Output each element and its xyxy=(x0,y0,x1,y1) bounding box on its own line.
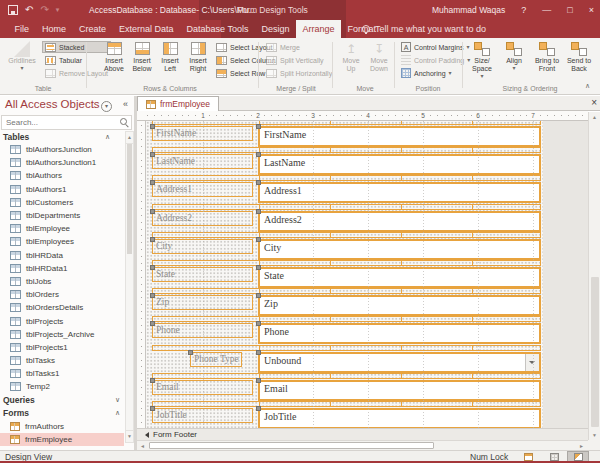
navigation-search-box[interactable] xyxy=(1,115,132,130)
navigation-scrollbar[interactable]: ▲ ▼ xyxy=(125,131,134,443)
horizontal-scrollbar[interactable]: ◄ ► xyxy=(137,440,588,450)
layout-view-button[interactable] xyxy=(543,451,565,462)
scroll-up-icon[interactable]: ▲ xyxy=(126,132,133,144)
scroll-up-icon[interactable]: ▲ xyxy=(589,112,600,122)
field-label-email[interactable]: Email xyxy=(152,380,253,395)
text-box-city[interactable]: City xyxy=(258,239,541,260)
nav-item-tblauthors[interactable]: tblAuthors xyxy=(0,169,124,182)
undo-icon[interactable]: ↶ xyxy=(25,5,33,15)
maximize-button[interactable]: □ xyxy=(567,5,572,15)
field-label-firstname[interactable]: FirstName xyxy=(152,126,253,141)
move-down-button[interactable]: ↧ Move Down xyxy=(366,40,392,73)
field-label-zip[interactable]: Zip xyxy=(152,295,253,310)
nav-item-tblhrdata1[interactable]: tblHRData1 xyxy=(0,262,124,275)
field-label-phone-type[interactable]: Phone Type xyxy=(190,352,242,367)
selection-handle[interactable] xyxy=(256,265,261,270)
selection-handle[interactable] xyxy=(150,378,155,383)
selection-handle[interactable] xyxy=(256,406,261,411)
tab-home[interactable]: Home xyxy=(36,20,73,38)
align-button[interactable]: Align ▾ xyxy=(500,40,528,71)
tab-design[interactable]: Design xyxy=(255,20,296,38)
field-label-address2[interactable]: Address2 xyxy=(152,211,253,226)
tab-database-tools[interactable]: Database Tools xyxy=(180,20,255,38)
field-label-phone[interactable]: Phone xyxy=(152,323,253,338)
selection-handle[interactable] xyxy=(256,350,261,355)
text-box-email[interactable]: Email xyxy=(258,380,541,401)
combo-dropdown-button[interactable] xyxy=(525,354,539,371)
selection-handle[interactable] xyxy=(256,180,261,185)
nav-item-frmemployee[interactable]: frmEmployee xyxy=(0,433,124,446)
selection-handle[interactable] xyxy=(150,406,155,411)
move-up-button[interactable]: ↥ Move Up xyxy=(338,40,364,73)
size-space-button[interactable]: Size/ Space ▾ xyxy=(466,40,498,79)
nav-group-queries[interactable]: Queries ∨ xyxy=(0,394,124,407)
form-view-button[interactable] xyxy=(517,451,539,462)
scrollbar-thumb[interactable] xyxy=(591,277,599,427)
field-label-city[interactable]: City xyxy=(152,239,253,254)
form-design-surface[interactable]: FirstNameFirstNameLastNameLastNameAddres… xyxy=(146,121,543,428)
nav-item-tblemployees[interactable]: tblEmployees xyxy=(0,235,124,248)
help-button[interactable]: ? xyxy=(521,5,526,15)
text-box-phone[interactable]: Phone xyxy=(258,323,541,344)
split-vertically-button[interactable]: Split Vertically xyxy=(263,54,335,66)
nav-group-tables[interactable]: Tables ∧ xyxy=(0,130,124,143)
nav-item-tblprojects[interactable]: tblProjects xyxy=(0,314,124,327)
vertical-scrollbar[interactable]: ▲ ▼ xyxy=(588,112,600,440)
navigation-pane-header[interactable]: All Access Objects ▾ « xyxy=(0,96,134,115)
navigation-menu-icon[interactable]: ▾ xyxy=(101,101,112,112)
merge-button[interactable]: Merge xyxy=(263,41,335,53)
close-button[interactable]: × xyxy=(589,5,594,15)
nav-item-tblprojects-archive[interactable]: tblProjects_Archive xyxy=(0,328,124,341)
nav-item-temp2[interactable]: Temp2 xyxy=(0,380,124,393)
nav-item-frmauthors[interactable]: frmAuthors xyxy=(0,420,124,433)
nav-item-tbltasks1[interactable]: tblTasks1 xyxy=(0,367,124,380)
form-footer-section-bar[interactable]: Form Footer xyxy=(137,428,588,440)
search-icon[interactable] xyxy=(120,118,127,125)
user-name[interactable]: Muhammad Waqas xyxy=(432,5,505,15)
insert-above-button[interactable]: Insert Above xyxy=(100,40,128,73)
nav-item-tbldepartments[interactable]: tblDepartments xyxy=(0,209,124,222)
nav-group-forms[interactable]: Forms ∧ xyxy=(0,407,124,420)
scrollbar-thumb[interactable] xyxy=(149,442,434,449)
nav-item-tblhrdata[interactable]: tblHRData xyxy=(0,249,124,262)
selection-handle[interactable] xyxy=(256,237,261,242)
text-box-zip[interactable]: Zip xyxy=(258,295,541,316)
tab-create[interactable]: Create xyxy=(73,20,113,38)
selection-handle[interactable] xyxy=(150,152,155,157)
field-label-state[interactable]: State xyxy=(152,267,253,282)
selection-handle[interactable] xyxy=(256,209,261,214)
text-box-address2[interactable]: Address2 xyxy=(258,211,541,232)
scroll-right-icon[interactable]: ► xyxy=(579,442,584,450)
nav-item-tblprojects1[interactable]: tblProjects1 xyxy=(0,341,124,354)
field-label-address1[interactable]: Address1 xyxy=(152,182,253,197)
insert-left-button[interactable]: Insert Left xyxy=(156,40,184,73)
shutter-bar-close-icon[interactable]: « xyxy=(123,99,128,109)
split-horizontally-button[interactable]: Split Horizontally xyxy=(263,67,335,79)
design-view-button[interactable] xyxy=(567,451,589,462)
nav-item-tblcustomers[interactable]: tblCustomers xyxy=(0,196,124,209)
scrollbar-thumb[interactable] xyxy=(127,144,132,254)
field-label-lastname[interactable]: LastName xyxy=(152,154,253,169)
text-box-address1[interactable]: Address1 xyxy=(258,182,541,203)
scroll-down-icon[interactable]: ▼ xyxy=(126,430,133,442)
selection-handle[interactable] xyxy=(256,293,261,298)
tab-external-data[interactable]: External Data xyxy=(113,20,181,38)
search-input[interactable] xyxy=(2,116,131,129)
close-document-icon[interactable]: × xyxy=(591,97,597,108)
selection-handle[interactable] xyxy=(150,209,155,214)
combo-box-unbound[interactable]: Unbound xyxy=(258,352,541,373)
nav-item-tblorders[interactable]: tblOrders xyxy=(0,288,124,301)
bring-to-front-button[interactable]: Bring to Front xyxy=(532,40,562,73)
selection-handle[interactable] xyxy=(150,124,155,129)
tab-file[interactable]: File xyxy=(8,20,36,38)
collapse-ribbon-icon[interactable]: ∧ xyxy=(585,82,590,90)
selection-handle[interactable] xyxy=(256,378,261,383)
insert-below-button[interactable]: Insert Below xyxy=(128,40,156,73)
nav-item-tblauthorsjunction1[interactable]: tblAuthorsJunction1 xyxy=(0,156,124,169)
scroll-down-icon[interactable]: ▼ xyxy=(589,430,600,440)
selection-handle[interactable] xyxy=(150,237,155,242)
text-box-jobtitle[interactable]: JobTitle xyxy=(258,408,541,428)
redo-icon[interactable]: ↷ xyxy=(40,5,48,15)
gridlines-button[interactable]: Gridlines ▾ xyxy=(4,40,40,71)
insert-right-button[interactable]: Insert Right xyxy=(184,40,212,73)
